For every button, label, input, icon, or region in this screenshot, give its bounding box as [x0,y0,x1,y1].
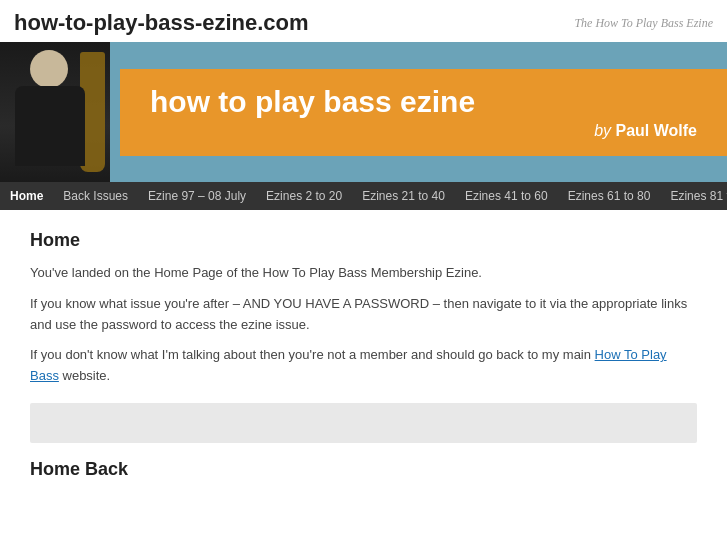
nav-bar: Home Back Issues Ezine 97 – 08 July Ezin… [0,182,727,210]
nav-item-ezine41to60[interactable]: Ezines 41 to 60 [455,182,558,210]
paragraph3: If you don't know what I'm talking about… [30,345,697,387]
gray-placeholder-box [30,403,697,443]
page-wrapper: how-to-play-bass-ezine.com The How To Pl… [0,0,727,545]
hero-title-text: how to play bass ezine [150,85,697,118]
nav-item-ezine97[interactable]: Ezine 97 – 08 July [138,182,256,210]
guitar-image [80,52,105,172]
hero-byline-name: Paul Wolfe [616,122,698,139]
nav-item-ezine2to20[interactable]: Ezines 2 to 20 [256,182,352,210]
nav-item-home[interactable]: Home [0,182,53,210]
nav-item-ezine61to80[interactable]: Ezines 61 to 80 [558,182,661,210]
nav-item-ezine21to40[interactable]: Ezines 21 to 40 [352,182,455,210]
main-content: Home You've landed on the Home Page of t… [0,210,727,500]
site-title-bar: how-to-play-bass-ezine.com The How To Pl… [0,0,727,42]
paragraph1: You've landed on the Home Page of the Ho… [30,263,697,284]
paragraph3-before-link: If you don't know what I'm talking about… [30,347,595,362]
site-tagline: The How To Play Bass Ezine [574,16,713,31]
hero-person-image [0,42,110,182]
hero-title-box: how to play bass ezine by Paul Wolfe [120,69,727,156]
nav-item-ezine81to100[interactable]: Ezines 81 to 100 [660,182,727,210]
paragraph2: If you know what issue you're after – AN… [30,294,697,336]
home-heading: Home [30,230,697,251]
hero-person-silhouette [0,42,110,182]
paragraph3-after-link: website. [59,368,110,383]
hero-byline: by Paul Wolfe [150,122,697,140]
hero-byline-prefix: by [594,122,611,139]
hero-banner: how to play bass ezine by Paul Wolfe [0,42,727,182]
nav-item-back-issues[interactable]: Back Issues [53,182,138,210]
site-title: how-to-play-bass-ezine.com [14,10,309,36]
lower-section-heading: Home Back [30,459,697,480]
